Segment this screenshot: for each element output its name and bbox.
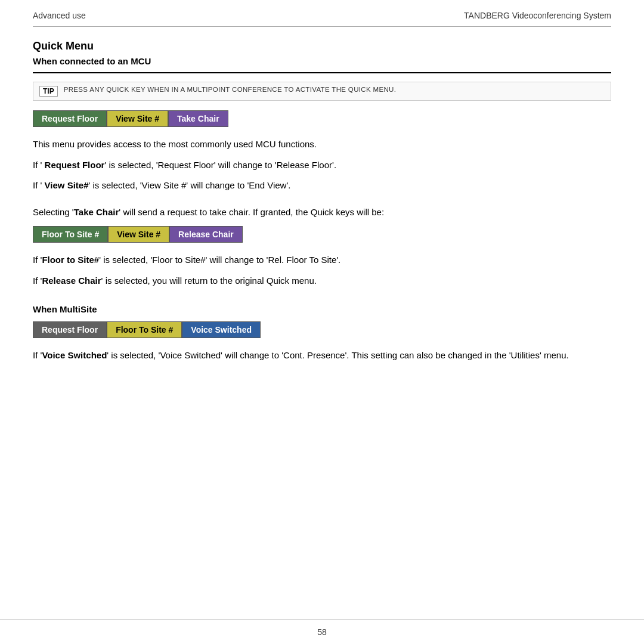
multisite-menu-bar: Request Floor Floor To Site # Voice Swit… [33,321,611,338]
menu-item-request-floor[interactable]: Request Floor [33,110,107,127]
floor-to-site-bold: Floor to Site# [42,255,99,265]
take-chair-paragraph: Selecting 'Take Chair' will send a reque… [33,206,611,219]
menu-item-view-site-2[interactable]: View Site # [108,226,169,243]
menu-item-floor-to-site[interactable]: Floor To Site # [33,226,108,243]
multisite-menu-item-voice-switched[interactable]: Voice Switched [182,321,261,338]
tip-text: Press any Quick key when in a multipoint… [64,86,397,93]
menu-item-take-chair[interactable]: Take Chair [168,110,228,127]
section-title: Quick Menu [33,40,611,52]
multisite-menu-item-request-floor[interactable]: Request Floor [33,321,107,338]
floor-to-site-paragraph: If 'Floor to Site#' is selected, 'Floor … [33,253,611,267]
header-left: Advanced use [33,11,86,20]
view-site-rest: ' is selected, 'View Site #' will change… [88,180,290,190]
release-chair-paragraph: If 'Release Chair' is selected, you will… [33,274,611,288]
multisite-title: When MultiSite [33,304,611,314]
page-footer: 58 [0,620,644,644]
header-right: TANDBERG Videoconferencing System [464,11,611,20]
request-floor-rest: ' is selected, 'Request Floor' will chan… [104,160,336,170]
tip-label: TIP [39,86,58,97]
take-chair-bold: Take Chair [74,207,119,217]
section-divider [33,72,611,73]
view-site-paragraph: If ' View Site#' is selected, 'View Site… [33,179,611,193]
take-chair-rest: ' will send a request to take chair. If … [119,207,384,217]
intro-paragraph: This menu provides access to the most co… [33,138,611,151]
request-floor-paragraph: If ' Request Floor' is selected, 'Reques… [33,159,611,172]
request-floor-bold: Request Floor [45,160,105,170]
chair-menu-bar: Floor To Site # View Site # Release Chai… [33,226,611,243]
voice-switched-rest: ' is selected, 'Voice Switched' will cha… [107,350,568,360]
floor-to-site-rest: ' is selected, 'Floor to Site#' will cha… [99,255,340,265]
page-number: 58 [317,627,327,637]
release-chair-rest: ' is selected, you will return to the or… [101,275,317,286]
page: Advanced use TANDBERG Videoconferencing … [0,0,644,644]
page-header: Advanced use TANDBERG Videoconferencing … [0,0,644,26]
view-site-bold: View Site# [45,180,89,190]
voice-switched-bold: Voice Switched [42,350,107,360]
subsection-title: When connected to an MCU [33,56,611,66]
voice-switched-paragraph: If 'Voice Switched' is selected, 'Voice … [33,349,611,363]
menu-item-release-chair[interactable]: Release Chair [169,226,243,243]
multisite-menu-item-floor-to-site[interactable]: Floor To Site # [107,321,182,338]
mcu-menu-bar: Request Floor View Site # Take Chair [33,110,611,127]
release-chair-bold: Release Chair [42,275,101,286]
main-content: Quick Menu When connected to an MCU TIP … [0,27,644,620]
tip-box: TIP Press any Quick key when in a multip… [33,82,611,101]
menu-item-view-site[interactable]: View Site # [107,110,168,127]
